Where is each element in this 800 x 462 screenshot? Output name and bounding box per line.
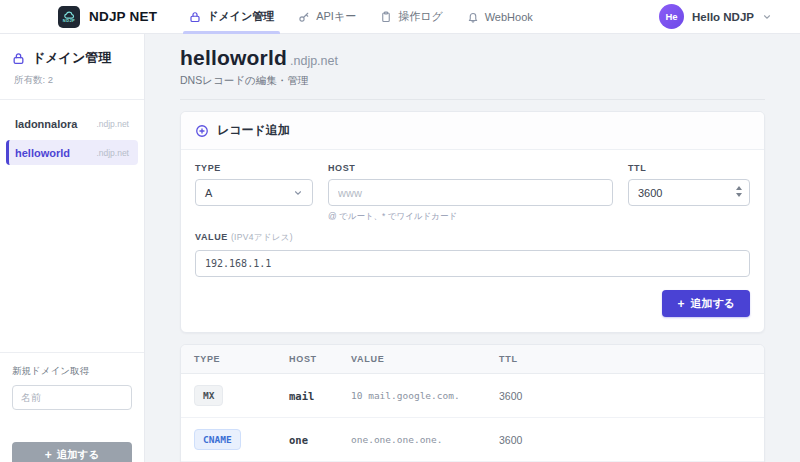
avatar: He bbox=[659, 4, 684, 29]
host-help-text: @ でルート、* でワイルドカード bbox=[328, 211, 613, 223]
nav-item-domain-management[interactable]: ドメイン管理 bbox=[177, 0, 286, 34]
page-title-suffix: .ndjp.net bbox=[290, 54, 338, 68]
key-icon bbox=[298, 11, 310, 23]
host-input[interactable] bbox=[328, 179, 613, 206]
record-ttl: 3600 bbox=[486, 374, 764, 418]
table-row[interactable]: CNAME one one.one.one.one. 3600 bbox=[181, 418, 764, 462]
ttl-label: TTL bbox=[628, 163, 750, 173]
user-name: Hello NDJP bbox=[692, 11, 754, 23]
domain-suffix: .ndjp.net bbox=[96, 119, 129, 129]
clipboard-icon bbox=[380, 11, 392, 23]
value-input[interactable] bbox=[195, 250, 750, 277]
new-domain-label: 新規ドメイン取得 bbox=[12, 365, 132, 378]
nav-item-api-key[interactable]: APIキー bbox=[286, 0, 368, 34]
add-record-card-header: レコード追加 bbox=[181, 112, 764, 150]
value-hint: (IPV4アドレス) bbox=[231, 232, 293, 242]
domain-item-helloworld[interactable]: helloworld .ndjp.net bbox=[6, 140, 138, 165]
sidebar-title: ドメイン管理 bbox=[12, 49, 132, 67]
nav-item-webhook[interactable]: WebHook bbox=[455, 0, 545, 34]
page-subtitle: DNSレコードの編集・管理 bbox=[180, 74, 765, 88]
new-domain-section: 新規ドメイン取得 + 追加する bbox=[0, 352, 144, 462]
lock-icon bbox=[12, 52, 25, 65]
add-record-form: TYPE A HOST @ でルート、* でワイルド bbox=[181, 150, 764, 332]
type-select-value: A bbox=[205, 187, 212, 199]
column-header-type: TYPE bbox=[181, 345, 276, 374]
column-header-ttl: TTL bbox=[486, 345, 764, 374]
page-header: helloworld.ndjp.net DNSレコードの編集・管理 bbox=[180, 46, 765, 100]
stepper-down-icon[interactable] bbox=[736, 193, 742, 197]
owned-count: 所有数: 2 bbox=[14, 74, 132, 87]
column-header-value: VALUE bbox=[338, 345, 486, 374]
sidebar: ドメイン管理 所有数: 2 ladonnalora .ndjp.net hell… bbox=[0, 34, 145, 462]
column-header-host: HOST bbox=[276, 345, 338, 374]
record-type-badge: CNAME bbox=[194, 429, 241, 450]
domain-name: helloworld bbox=[15, 147, 70, 159]
nav-item-label: APIキー bbox=[316, 9, 356, 24]
type-select[interactable]: A bbox=[195, 179, 313, 206]
sidebar-title-label: ドメイン管理 bbox=[32, 49, 111, 67]
record-type-badge: MX bbox=[194, 385, 223, 406]
new-domain-input[interactable] bbox=[12, 385, 132, 410]
domain-suffix: .ndjp.net bbox=[96, 148, 129, 158]
nav-item-label: WebHook bbox=[485, 11, 533, 23]
top-bar: NDJP NDJP NET ドメイン管理 APIキー 操作ログ bbox=[0, 0, 800, 34]
nav-item-operation-log[interactable]: 操作ログ bbox=[368, 0, 455, 34]
stepper-up-icon[interactable] bbox=[736, 186, 742, 190]
nav-item-label: ドメイン管理 bbox=[207, 9, 274, 24]
type-label: TYPE bbox=[195, 163, 313, 173]
lock-icon bbox=[189, 11, 201, 23]
domain-item-ladonnalora[interactable]: ladonnalora .ndjp.net bbox=[6, 111, 138, 136]
ttl-input[interactable] bbox=[628, 179, 750, 206]
nav-item-label: 操作ログ bbox=[398, 9, 443, 24]
add-record-title: レコード追加 bbox=[217, 122, 290, 139]
brand-logo-text: NDJP bbox=[63, 19, 75, 23]
main-content: helloworld.ndjp.net DNSレコードの編集・管理 レコード追加… bbox=[145, 34, 800, 462]
number-stepper[interactable] bbox=[736, 186, 742, 197]
records-table: TYPE HOST VALUE TTL MX mail 10 mail.goog… bbox=[181, 345, 764, 462]
sidebar-header: ドメイン管理 所有数: 2 bbox=[0, 34, 144, 97]
new-domain-add-label: 追加する bbox=[57, 448, 100, 462]
value-label: VALUE bbox=[195, 232, 228, 242]
table-header-row: TYPE HOST VALUE TTL bbox=[181, 345, 764, 374]
plus-icon: + bbox=[677, 298, 684, 310]
user-menu[interactable]: He Hello NDJP bbox=[659, 4, 772, 29]
record-value: one.one.one.one. bbox=[338, 418, 486, 462]
plus-icon: + bbox=[45, 449, 52, 461]
chevron-down-icon bbox=[293, 188, 303, 198]
record-value: 10 mail.google.com. bbox=[338, 374, 486, 418]
record-host: mail bbox=[276, 374, 338, 418]
record-host: one bbox=[276, 418, 338, 462]
records-table-card: TYPE HOST VALUE TTL MX mail 10 mail.goog… bbox=[180, 344, 765, 462]
record-ttl: 3600 bbox=[486, 418, 764, 462]
brand-logo[interactable]: NDJP bbox=[58, 6, 80, 28]
add-record-card: レコード追加 TYPE A HOST bbox=[180, 111, 765, 333]
domain-list: ladonnalora .ndjp.net helloworld .ndjp.n… bbox=[0, 100, 144, 180]
chevron-down-icon bbox=[762, 12, 772, 22]
brand-name: NDJP NET bbox=[89, 9, 157, 24]
table-row[interactable]: MX mail 10 mail.google.com. 3600 bbox=[181, 374, 764, 418]
new-domain-add-button[interactable]: + 追加する bbox=[12, 442, 132, 462]
page-title: helloworld bbox=[180, 46, 287, 69]
bell-icon bbox=[467, 11, 479, 23]
app-window: NDJP NDJP NET ドメイン管理 APIキー 操作ログ bbox=[0, 0, 800, 462]
add-record-submit-label: 追加する bbox=[690, 296, 735, 311]
add-record-submit-button[interactable]: + 追加する bbox=[662, 290, 750, 317]
main-nav: ドメイン管理 APIキー 操作ログ WebHook bbox=[177, 0, 545, 34]
host-label: HOST bbox=[328, 163, 613, 173]
domain-name: ladonnalora bbox=[15, 118, 77, 130]
plus-circle-icon bbox=[195, 124, 209, 138]
